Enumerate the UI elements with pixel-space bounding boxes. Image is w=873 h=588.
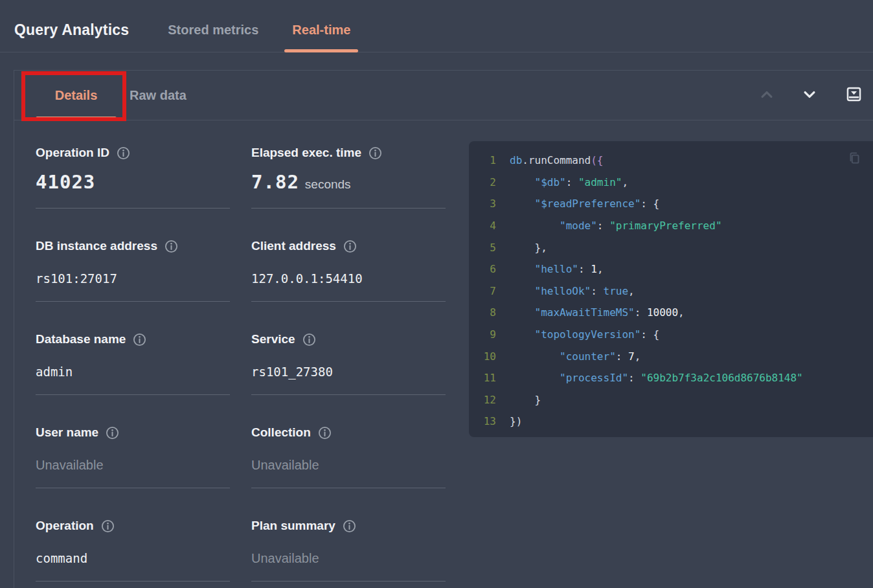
field-service: Servicers101_27380 xyxy=(251,332,446,395)
field-label: Plan summary xyxy=(251,519,335,533)
field-label: Elapsed exec. time xyxy=(251,146,361,160)
code-line: 10 "counter": 7, xyxy=(469,345,873,367)
app-header: Query Analytics Stored metricsReal-time xyxy=(0,0,873,52)
code-line: 6 "hello": 1, xyxy=(469,258,873,280)
line-number: 10 xyxy=(469,350,496,363)
field-plan-summary: Plan summaryUnavailable xyxy=(251,518,446,582)
panel-tab-details[interactable]: Details xyxy=(36,71,117,120)
code-line: 7 "helloOk": true, xyxy=(469,280,873,302)
info-icon[interactable] xyxy=(302,333,316,346)
field-value-text: Unavailable xyxy=(36,458,104,472)
line-number: 4 xyxy=(469,220,496,232)
info-icon[interactable] xyxy=(117,146,130,160)
field-value: rs101_27380 xyxy=(251,365,446,379)
line-number: 8 xyxy=(469,306,496,319)
line-number: 2 xyxy=(469,176,496,188)
field-collection: CollectionUnavailable xyxy=(251,425,446,488)
code-text: "processId": "69b2b7f3a2c106d8676b8148" xyxy=(510,372,803,384)
code-text: "$readPreference": { xyxy=(510,198,659,210)
code-text: "maxAwaitTimeMS": 10000, xyxy=(510,306,685,319)
code-text: } xyxy=(510,394,541,406)
code-line: 4 "mode": "primaryPreferred" xyxy=(469,215,873,237)
field-elapsed-exec-time: Elapsed exec. time7.82seconds xyxy=(251,145,446,209)
field-label: Service xyxy=(251,332,295,346)
code-line: 11 "processId": "69b2b7f3a2c106d8676b814… xyxy=(469,367,873,389)
panel-tabs: DetailsRaw data xyxy=(36,71,190,120)
code-line: 8 "maxAwaitTimeMS": 10000, xyxy=(469,302,873,324)
code-text: "hello": 1, xyxy=(510,263,604,275)
fields-grid: Operation ID41023Elapsed exec. time7.82s… xyxy=(36,145,446,582)
dock-panel-button[interactable] xyxy=(845,85,863,105)
field-value: Unavailable xyxy=(36,458,230,473)
field-label: DB instance address xyxy=(36,239,157,253)
field-value: 41023 xyxy=(36,171,230,193)
field-value-text: 127.0.0.1:54410 xyxy=(251,271,363,286)
header-tabs: Stored metricsReal-time xyxy=(160,8,376,52)
code-text: }) xyxy=(510,415,522,427)
field-label: Collection xyxy=(251,425,311,440)
panel-actions xyxy=(760,85,873,105)
line-number: 12 xyxy=(469,394,496,406)
field-value-text: rs101:27017 xyxy=(36,271,117,286)
field-value: 127.0.0.1:54410 xyxy=(251,271,446,286)
field-value-text: rs101_27380 xyxy=(251,365,333,379)
field-value-text: Unavailable xyxy=(251,551,319,565)
page-title: Query Analytics xyxy=(14,21,129,39)
line-number: 7 xyxy=(469,285,496,297)
field-value: Unavailable xyxy=(251,458,446,473)
code-text: "$db": "admin", xyxy=(510,176,628,188)
line-number: 1 xyxy=(469,154,496,166)
info-icon[interactable] xyxy=(318,426,332,440)
field-user-name: User nameUnavailable xyxy=(36,425,230,488)
line-number: 13 xyxy=(469,415,496,427)
line-number: 9 xyxy=(469,328,496,341)
next-query-button[interactable] xyxy=(802,87,817,104)
line-number: 5 xyxy=(469,242,496,254)
field-value-text: Unavailable xyxy=(251,458,319,472)
code-text: "mode": "primaryPreferred" xyxy=(510,220,722,232)
code-text: "counter": 7, xyxy=(510,350,641,363)
field-value-text: 7.82 xyxy=(251,171,299,193)
previous-query-button[interactable] xyxy=(760,87,774,104)
code-text: "helloOk": true, xyxy=(510,285,635,297)
line-number: 11 xyxy=(469,372,496,384)
query-example-code: 1db.runCommand({2 "$db": "admin",3 "$rea… xyxy=(469,141,873,437)
code-line: 12 } xyxy=(469,389,873,411)
field-value-text: admin xyxy=(36,365,73,379)
field-label: Operation ID xyxy=(36,146,109,160)
field-label: User name xyxy=(36,425,98,440)
field-db-instance-address: DB instance addressrs101:27017 xyxy=(36,238,230,302)
field-value: command xyxy=(36,551,230,565)
info-icon[interactable] xyxy=(101,519,115,533)
copy-query-button[interactable] xyxy=(846,150,862,168)
dock-panel-icon xyxy=(845,85,863,105)
code-text: "topologyVersion": { xyxy=(510,328,659,341)
field-value: admin xyxy=(36,365,230,379)
panel-tabbar: DetailsRaw data xyxy=(14,71,873,120)
info-icon[interactable] xyxy=(343,240,357,253)
field-label: Operation xyxy=(36,519,94,533)
info-icon[interactable] xyxy=(368,146,382,160)
copy-icon xyxy=(846,150,862,168)
field-label: Database name xyxy=(36,332,126,346)
info-icon[interactable] xyxy=(164,240,178,253)
code-lines: 1db.runCommand({2 "$db": "admin",3 "$rea… xyxy=(469,150,873,433)
field-operation: Operationcommand xyxy=(36,518,230,582)
field-value-text: 41023 xyxy=(36,171,95,193)
info-icon[interactable] xyxy=(106,426,119,440)
info-icon[interactable] xyxy=(133,333,146,346)
field-value: Unavailable xyxy=(251,551,446,566)
field-database-name: Database nameadmin xyxy=(36,332,230,395)
header-tab-real-time[interactable]: Real-time xyxy=(284,8,358,52)
chevron-down-icon xyxy=(802,87,817,104)
field-value-text: command xyxy=(36,551,87,565)
panel-tab-raw-data[interactable]: Raw data xyxy=(126,71,190,120)
field-label: Client address xyxy=(251,239,336,253)
field-value: rs101:27017 xyxy=(36,271,230,286)
line-number: 6 xyxy=(469,263,496,275)
code-line: 5 }, xyxy=(469,236,873,258)
header-tab-stored-metrics[interactable]: Stored metrics xyxy=(160,8,266,52)
chevron-up-icon xyxy=(760,87,774,104)
field-value: 7.82seconds xyxy=(251,171,446,193)
info-icon[interactable] xyxy=(343,519,356,533)
